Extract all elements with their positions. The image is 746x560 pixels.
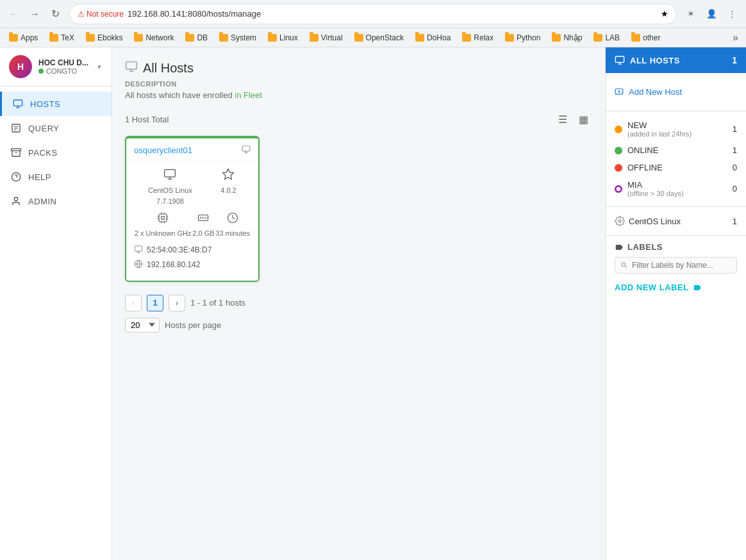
org-name: HOC CHU D...: [38, 58, 90, 67]
browser-action-buttons: ☀ 👤 ⋮: [682, 5, 741, 23]
hosts-grid: osqueryclient01 CentOS Linux 7.7.1908: [125, 136, 592, 282]
sidebar-item-admin[interactable]: ADMIN: [0, 189, 112, 213]
bookmark-linux[interactable]: Linux: [263, 31, 303, 44]
sidebar-header[interactable]: H HOC CHU D... CONGTO ▼: [0, 47, 112, 86]
chevron-down-icon: ▼: [96, 63, 103, 70]
main-content: All Hosts DESCRIPTION All hosts which ha…: [112, 47, 605, 560]
host-name[interactable]: osqueryclient01: [134, 145, 192, 155]
sidebar: H HOC CHU D... CONGTO ▼ HOSTS: [0, 47, 112, 560]
status-offline[interactable]: OFFLINE 0: [615, 159, 737, 176]
cpu-info: 2 x Unknown GHz: [135, 229, 192, 238]
status-offline-count: 0: [733, 163, 737, 172]
host-mac-row: 52:54:00:3E:4B:D7: [134, 245, 251, 256]
sidebar-item-query[interactable]: QUERY: [0, 116, 112, 140]
star-icon[interactable]: ★: [661, 9, 668, 19]
all-hosts-header[interactable]: ALL HOSTS 1: [606, 47, 746, 73]
svg-point-49: [617, 186, 621, 191]
page-title-section: All Hosts DESCRIPTION All hosts which ha…: [125, 60, 592, 100]
folder-icon-ebokks: [86, 34, 95, 42]
page-header: All Hosts DESCRIPTION All hosts which ha…: [125, 60, 592, 100]
status-offline-left: OFFLINE: [615, 163, 663, 172]
reload-button[interactable]: ↻: [46, 5, 64, 23]
sidebar-item-query-label: QUERY: [28, 124, 60, 133]
page-title: All Hosts: [125, 60, 592, 76]
hosts-icon: [12, 98, 24, 110]
host-cpu-info: 2 x Unknown GHz: [135, 212, 192, 238]
svg-rect-0: [13, 100, 22, 106]
bookmark-lab[interactable]: LAB: [588, 31, 625, 44]
host-count-text: 1 Host Total: [125, 115, 169, 124]
forward-button[interactable]: →: [26, 5, 44, 23]
per-page-select[interactable]: 20 50 100: [125, 318, 160, 333]
address-bar[interactable]: ⚠ Not secure 192.168.80.141:8080/hosts/m…: [69, 4, 677, 24]
status-online[interactable]: ONLINE 1: [615, 142, 737, 159]
online-dot: [615, 147, 622, 154]
folder-icon-other: [631, 34, 640, 42]
host-os-info: CentOS Linux 7.7.1908: [148, 168, 192, 206]
bookmarks-bar: Apps TeX Ebokks Network DB System Linux …: [0, 28, 746, 47]
status-online-count: 1: [733, 145, 737, 155]
online-status-dot: [38, 69, 44, 74]
view-toggle: ☰ ▦: [554, 110, 592, 128]
host-card: osqueryclient01 CentOS Linux 7.7.1908: [125, 136, 260, 282]
list-view-button[interactable]: ☰: [554, 110, 572, 128]
bookmark-ebokks[interactable]: Ebokks: [81, 31, 128, 44]
status-mia[interactable]: MIA (offline > 30 days) 0: [615, 176, 737, 201]
bookmark-system[interactable]: System: [214, 31, 261, 44]
host-memory-info: 2.0 GB: [192, 212, 214, 238]
bookmark-virtual[interactable]: Virtual: [304, 31, 348, 44]
avatar: H: [9, 55, 32, 78]
sidebar-item-help[interactable]: HELP: [0, 165, 112, 189]
status-new-count: 1: [733, 124, 737, 134]
page-title-icon: [125, 60, 138, 76]
status-new[interactable]: NEW (added in last 24hrs) 1: [615, 117, 737, 142]
folder-icon-linux: [268, 34, 277, 42]
app-container: H HOC CHU D... CONGTO ▼ HOSTS: [0, 47, 746, 560]
bookmark-relax[interactable]: Relax: [457, 31, 499, 44]
bookmark-nhap[interactable]: Nhập: [547, 31, 587, 44]
os-name: CentOS Linux: [148, 186, 192, 195]
bookmark-python[interactable]: Python: [500, 31, 545, 44]
packs-icon: [10, 147, 22, 158]
osquery-icon: [222, 168, 235, 184]
host-card-detail-icon[interactable]: [242, 145, 251, 156]
svg-rect-32: [199, 215, 208, 221]
user-info: HOC CHU D... CONGTO: [38, 58, 90, 75]
svg-rect-23: [162, 217, 165, 220]
add-label-button[interactable]: ADD NEW LABEL: [615, 283, 737, 292]
add-label-icon: [693, 283, 702, 292]
bookmark-apps[interactable]: Apps: [4, 31, 43, 44]
os-section: CentOS Linux 1: [606, 207, 746, 236]
url-text: 192.168.80.141:8080/hosts/manage: [128, 9, 657, 19]
sidebar-item-packs[interactable]: PACKS: [0, 140, 112, 165]
grid-view-button[interactable]: ▦: [574, 110, 592, 128]
pagination: ‹ 1 › 1 - 1 of 1 hosts: [125, 295, 592, 311]
profile-button[interactable]: 👤: [702, 5, 720, 23]
bookmark-dohoa[interactable]: DoHoa: [410, 31, 456, 44]
all-hosts-title: ALL HOSTS: [615, 55, 680, 65]
add-host-section: Add New Host: [606, 73, 746, 111]
sidebar-item-hosts[interactable]: HOSTS: [0, 92, 112, 116]
bookmark-db[interactable]: DB: [180, 31, 213, 44]
folder-icon-dohoa: [415, 34, 424, 42]
bookmark-network[interactable]: Network: [129, 31, 179, 44]
bookmark-openstack[interactable]: OpenStack: [349, 31, 409, 44]
bookmark-tex[interactable]: TeX: [44, 31, 79, 44]
status-mia-sublabel: (offline > 30 days): [627, 190, 684, 197]
bookmark-other[interactable]: other: [626, 31, 665, 44]
more-bookmarks-button[interactable]: »: [729, 30, 742, 45]
menu-button[interactable]: ⋮: [723, 5, 741, 23]
ip-icon: [134, 259, 143, 270]
extensions-button[interactable]: ☀: [682, 5, 700, 23]
os-centos[interactable]: CentOS Linux 1: [615, 212, 737, 230]
warning-icon: ⚠: [78, 10, 85, 19]
back-button[interactable]: ←: [5, 5, 23, 23]
svg-rect-38: [135, 245, 142, 251]
svg-rect-43: [615, 56, 624, 62]
next-page-button[interactable]: ›: [169, 295, 185, 311]
prev-page-button[interactable]: ‹: [125, 295, 142, 311]
sidebar-item-hosts-label: HOSTS: [30, 99, 60, 109]
add-host-button[interactable]: Add New Host: [615, 81, 737, 103]
os-centos-count: 1: [733, 217, 737, 226]
labels-filter-input[interactable]: [615, 257, 737, 274]
